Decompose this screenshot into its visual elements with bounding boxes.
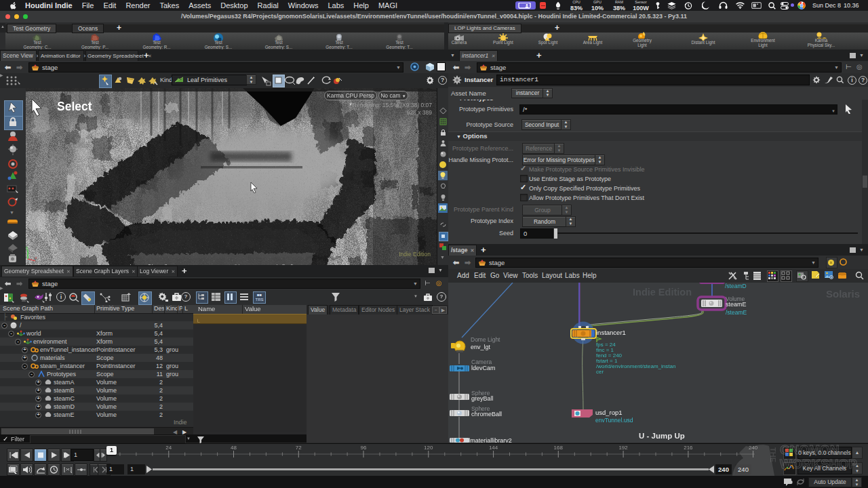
svg-text:y: y [26, 245, 28, 249]
svg-text:24: 24 [165, 445, 172, 451]
svg-text:x: x [35, 256, 37, 260]
svg-text:48: 48 [231, 445, 237, 451]
svg-text:168: 168 [554, 445, 564, 451]
svg-text:96: 96 [361, 445, 367, 451]
svg-text:216: 216 [684, 445, 693, 451]
svg-text:240: 240 [749, 445, 758, 451]
svg-text:192: 192 [618, 445, 628, 451]
svg-text:144: 144 [489, 445, 498, 451]
svg-text:72: 72 [296, 445, 302, 451]
svg-text:120: 120 [424, 445, 433, 451]
